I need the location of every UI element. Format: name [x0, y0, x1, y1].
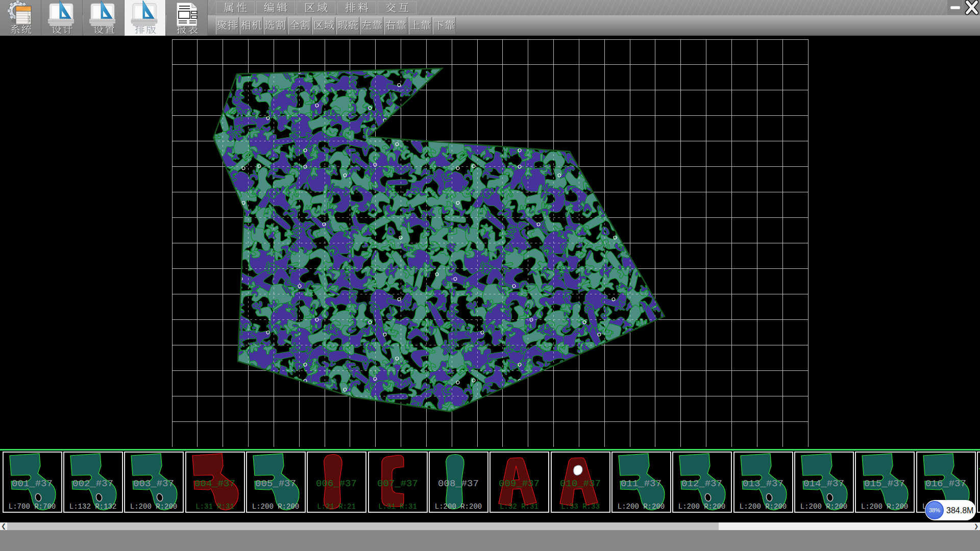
svg-text:016_#37: 016_#37: [925, 478, 966, 489]
svg-text:007_#37: 007_#37: [377, 478, 418, 489]
svg-text:L:31 R:31: L:31 R:31: [378, 503, 417, 511]
svg-text:011_#37: 011_#37: [621, 478, 662, 489]
svg-text:L:200 R:200: L:200 R:200: [861, 503, 908, 511]
svg-text:002_#37: 002_#37: [72, 478, 113, 489]
svg-text:006_#37: 006_#37: [316, 478, 357, 489]
svg-text:L:21 R:21: L:21 R:21: [317, 503, 356, 511]
svg-text:L:200 R:200: L:200 R:200: [739, 503, 786, 511]
svg-text:L:200 R:200: L:200 R:200: [678, 503, 725, 511]
svg-text:004_#37: 004_#37: [194, 478, 235, 489]
svg-text:005_#37: 005_#37: [255, 478, 296, 489]
svg-text:L:200 R:200: L:200 R:200: [130, 503, 177, 511]
svg-text:L:31 R:31: L:31 R:31: [195, 503, 234, 511]
svg-text:014_#37: 014_#37: [803, 478, 844, 489]
svg-text:013_#37: 013_#37: [743, 478, 783, 489]
svg-text:L:200 R:200: L:200 R:200: [800, 503, 847, 511]
svg-text:001_#37: 001_#37: [12, 478, 53, 489]
svg-text:L:700 R:700: L:700 R:700: [8, 503, 55, 511]
svg-text:L:132 R:132: L:132 R:132: [69, 503, 116, 511]
svg-text:012_#37: 012_#37: [681, 478, 722, 489]
svg-text:009_#37: 009_#37: [499, 478, 540, 489]
svg-text:L:33 R:33: L:33 R:33: [561, 503, 600, 511]
svg-text:003_#37: 003_#37: [133, 478, 174, 489]
svg-text:L:200 R:200: L:200 R:200: [435, 503, 482, 511]
svg-text:L:200 R:200: L:200 R:200: [618, 503, 665, 511]
svg-text:L:32 R:31: L:32 R:31: [500, 503, 538, 511]
svg-text:015_#37: 015_#37: [864, 478, 905, 489]
svg-text:010_#37: 010_#37: [560, 478, 601, 489]
svg-text:L:200 R:200: L:200 R:200: [252, 503, 299, 511]
svg-text:008_#37: 008_#37: [438, 478, 479, 489]
